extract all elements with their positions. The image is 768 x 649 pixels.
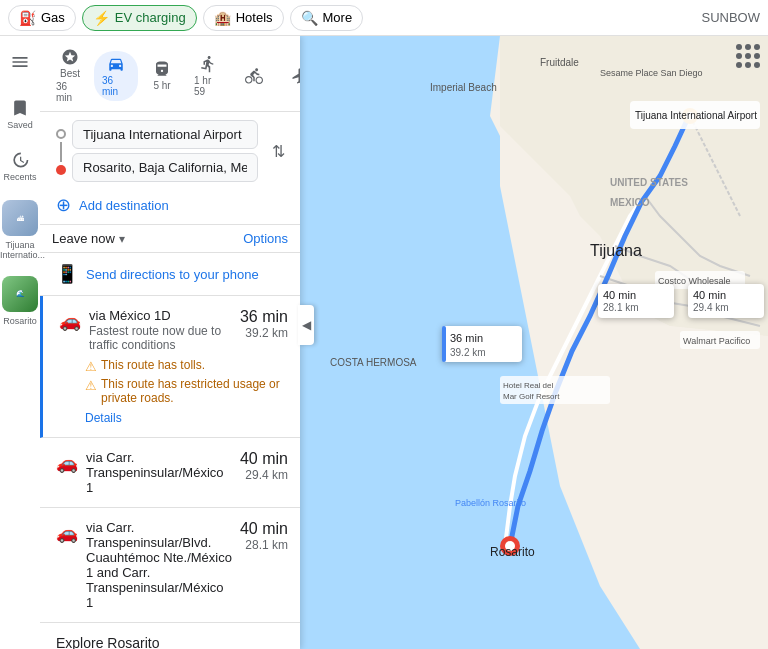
svg-text:39.2 km: 39.2 km (450, 347, 486, 358)
car-icon-1: 🚗 (59, 310, 81, 332)
route-item-3[interactable]: 🚗 via Carr. Transpeninsular/Blvd. Cuauht… (40, 508, 300, 623)
add-icon: ⊕ (56, 194, 71, 216)
grid-dot (754, 44, 760, 50)
route-dots (56, 127, 66, 175)
svg-text:Walmart Pacifico: Walmart Pacifico (683, 336, 750, 346)
sidebar-recents-label: Recents (3, 172, 36, 182)
explore-title: Explore Rosarito (56, 635, 284, 649)
route-time-1: 36 min (240, 308, 288, 326)
svg-text:MEXICO: MEXICO (610, 197, 650, 208)
filter-ev-label: EV charging (115, 10, 186, 25)
origin-dot (56, 129, 66, 139)
input-fields (72, 120, 258, 182)
send-directions[interactable]: 📱 Send directions to your phone (40, 253, 300, 296)
route-inputs: ⇅ (40, 112, 300, 190)
swap-button[interactable]: ⇅ (264, 137, 292, 165)
filter-gas-label: Gas (41, 10, 65, 25)
mode-walk-time: 1 hr 59 (194, 75, 222, 97)
hotel-icon: 🏨 (214, 10, 231, 26)
dest-dot (56, 165, 66, 175)
leave-now-button[interactable]: Leave now ▾ (52, 231, 125, 246)
svg-text:Fruitdale: Fruitdale (540, 57, 579, 68)
collapse-panel-button[interactable]: ◀ (298, 305, 314, 345)
sidebar-saved[interactable]: Saved (2, 96, 38, 132)
mode-car-time: 36 min (102, 75, 130, 97)
sidebar-tijuana-label: TijuanaInternatio... (0, 240, 40, 260)
details-link-1[interactable]: Details (85, 411, 288, 425)
route-item-1[interactable]: 🚗 via México 1D Fastest route now due to… (40, 296, 300, 438)
main-area: Saved Recents 🏙 TijuanaInternatio... 🌊 R… (0, 36, 768, 649)
mode-car[interactable]: 36 min (94, 51, 138, 101)
warning-icon-1: ⚠ (85, 359, 97, 374)
car-icon-2: 🚗 (56, 452, 78, 474)
grid-dot (754, 53, 760, 59)
filter-gas[interactable]: ⛽ Gas (8, 5, 76, 31)
svg-text:28.1 km: 28.1 km (603, 302, 639, 313)
route-via-3: via Carr. Transpeninsular/Blvd. Cuauhtém… (86, 520, 232, 610)
svg-text:Mar Golf Resort: Mar Golf Resort (503, 392, 560, 401)
mode-best[interactable]: Best 36 min (48, 44, 92, 107)
add-dest-label: Add destination (79, 198, 169, 213)
sidebar-tijuana[interactable]: 🏙 TijuanaInternatio... (0, 200, 40, 260)
sidebar-rosarito[interactable]: 🌊 Rosarito (0, 276, 40, 326)
sunbow-label: SUNBOW (702, 10, 761, 25)
svg-text:40 min: 40 min (693, 289, 726, 301)
grid-dot (745, 53, 751, 59)
filter-more[interactable]: 🔍 More (290, 5, 364, 31)
svg-text:40 min: 40 min (603, 289, 636, 301)
svg-text:Tijuana: Tijuana (590, 242, 642, 259)
filter-ev-charging[interactable]: ⚡ EV charging (82, 5, 197, 31)
google-apps-icon[interactable] (736, 44, 760, 68)
route-line (60, 142, 62, 162)
sidebar-menu[interactable] (2, 44, 38, 80)
route-list: 🚗 via México 1D Fastest route now due to… (40, 296, 300, 649)
explore-section: Explore Rosarito 🍴 Restaurants 🛏 (40, 623, 300, 649)
warning-text-1: This route has tolls. (101, 358, 205, 372)
leave-now-bar: Leave now ▾ Options (40, 224, 300, 253)
phone-icon: 📱 (56, 263, 78, 285)
left-panel: Best 36 min 36 min 5 hr 1 hr 59 (0, 36, 300, 649)
svg-rect-25 (442, 326, 446, 362)
filter-hotels[interactable]: 🏨 Hotels (203, 5, 284, 31)
map-area[interactable]: Tijuana International Airport UNITED STA… (300, 36, 768, 649)
route-desc-1: Fastest route now due to traffic conditi… (89, 324, 232, 352)
top-filter-bar: ⛽ Gas ⚡ EV charging 🏨 Hotels 🔍 More SUNB… (0, 0, 768, 36)
gas-icon: ⛽ (19, 10, 36, 26)
sidebar: Saved Recents 🏙 TijuanaInternatio... 🌊 R… (0, 36, 40, 649)
route-item-2[interactable]: 🚗 via Carr. Transpeninsular/México 1 40 … (40, 438, 300, 508)
map-svg: Tijuana International Airport UNITED STA… (300, 36, 768, 649)
car-icon-3: 🚗 (56, 522, 78, 544)
route-dist-3: 28.1 km (240, 538, 288, 552)
warning-2: ⚠ This route has restricted usage or pri… (85, 377, 288, 405)
origin-input[interactable] (72, 120, 258, 149)
svg-text:Tijuana International Airport: Tijuana International Airport (635, 110, 757, 121)
route-via-2: via Carr. Transpeninsular/México 1 (86, 450, 232, 495)
route-dist-1: 39.2 km (240, 326, 288, 340)
destination-input[interactable] (72, 153, 258, 182)
ev-icon: ⚡ (93, 10, 110, 26)
sidebar-rosarito-thumb: 🌊 (2, 276, 38, 312)
svg-text:Hotel Real del: Hotel Real del (503, 381, 553, 390)
mode-flight[interactable] (278, 63, 300, 89)
add-destination[interactable]: ⊕ Add destination (40, 190, 300, 224)
send-directions-label: Send directions to your phone (86, 267, 259, 282)
route-time-3: 40 min (240, 520, 288, 538)
svg-text:29.4 km: 29.4 km (693, 302, 729, 313)
grid-dot (745, 62, 751, 68)
leave-now-label: Leave now (52, 231, 115, 246)
route-time-2: 40 min (240, 450, 288, 468)
svg-text:COSTA HERMOSA: COSTA HERMOSA (330, 357, 417, 368)
mode-transit[interactable]: 5 hr (140, 56, 184, 95)
route-dist-2: 29.4 km (240, 468, 288, 482)
svg-text:UNITED STATES: UNITED STATES (610, 177, 688, 188)
grid-dot (736, 62, 742, 68)
route-warnings-1: ⚠ This route has tolls. ⚠ This route has… (85, 358, 288, 405)
directions-panel: Best 36 min 36 min 5 hr 1 hr 59 (40, 36, 300, 649)
mode-bike[interactable] (232, 63, 276, 89)
chevron-down-icon: ▾ (119, 232, 125, 246)
sidebar-recents[interactable]: Recents (2, 148, 38, 184)
mode-walk[interactable]: 1 hr 59 (186, 51, 230, 101)
svg-text:36 min: 36 min (450, 332, 483, 344)
mode-transit-time: 5 hr (153, 80, 170, 91)
options-button[interactable]: Options (243, 231, 288, 246)
